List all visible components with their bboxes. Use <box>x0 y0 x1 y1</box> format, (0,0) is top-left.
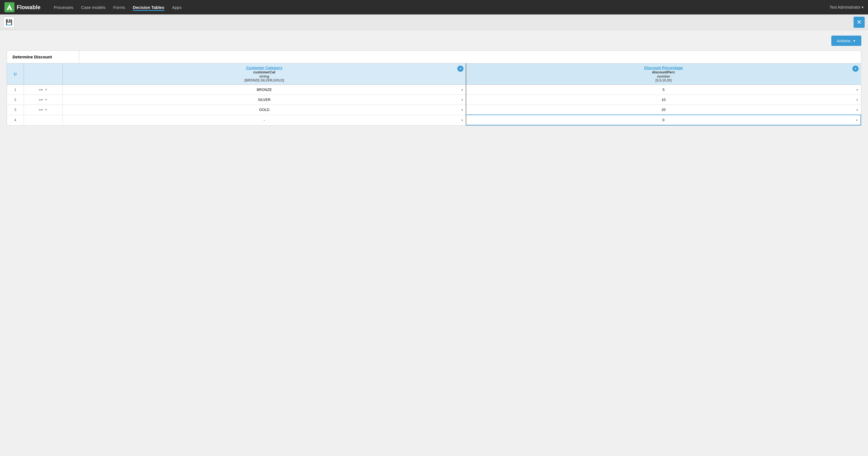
output-value-cell[interactable]: 20▼ <box>466 105 861 115</box>
output-cell-dropdown-icon[interactable]: ▼ <box>856 98 859 101</box>
operator-value: == <box>39 98 43 102</box>
actions-label: Actions <box>837 38 850 43</box>
input-column-var: customerCat <box>66 70 463 74</box>
operator-dropdown-icon[interactable]: ▼ <box>45 98 48 101</box>
input-cell-dropdown-icon[interactable]: ▼ <box>461 98 464 101</box>
nav-link-case-models[interactable]: Case models <box>81 4 106 11</box>
dt-header: U Customer Category customerCat string [… <box>7 63 861 85</box>
output-value-cell[interactable]: 5▼ <box>466 85 861 95</box>
output-cell-dropdown-icon[interactable]: ▼ <box>856 118 858 122</box>
nav-links: ProcessesCase modelsFormsDecision Tables… <box>54 4 182 11</box>
save-icon: 💾 <box>6 19 12 26</box>
brand-name: Flowable <box>17 4 40 10</box>
decision-table: Determine Discount U Customer Category c… <box>7 50 861 126</box>
row-number: 2 <box>7 95 24 105</box>
flowable-logo <box>4 2 14 12</box>
close-icon: ✕ <box>857 19 862 26</box>
operator-cell[interactable]: ==▼ <box>24 105 63 115</box>
output-column-values: [0,5,10,20] <box>470 79 858 82</box>
user-menu[interactable]: Test Administrator ▾ <box>830 5 864 9</box>
operator-dropdown-icon[interactable]: ▼ <box>45 88 48 91</box>
input-cell-dropdown-icon[interactable]: ▼ <box>461 88 464 91</box>
input-cell-dropdown-icon[interactable]: ▼ <box>461 118 464 122</box>
nav-link-processes[interactable]: Processes <box>54 4 73 11</box>
input-value-cell[interactable]: GOLD▼ <box>63 105 466 115</box>
input-column-values: [BRONZE,SILVER,GOLD] <box>66 79 463 82</box>
row-number: 3 <box>7 105 24 115</box>
dt-body: 1==▼BRONZE▼5▼2==▼SILVER▼10▼3==▼GOLD▼20▼4… <box>7 85 861 125</box>
table-title: Determine Discount <box>7 51 79 63</box>
close-button[interactable]: ✕ <box>854 17 865 28</box>
add-input-column-button[interactable]: + <box>457 66 463 72</box>
table-row: 4-▼0▼ <box>7 115 861 125</box>
add-output-column-button[interactable]: + <box>852 66 859 72</box>
output-column-type: number <box>470 74 858 79</box>
nav-link-apps[interactable]: Apps <box>172 4 182 11</box>
main-content: Actions ▼ Determine Discount U Customer … <box>0 30 868 131</box>
brand: Flowable <box>4 2 40 12</box>
row-number: 4 <box>7 115 24 125</box>
output-column-header: Discount Percentage discountPerc number … <box>466 63 861 85</box>
navbar: Flowable ProcessesCase modelsFormsDecisi… <box>0 0 868 14</box>
u-column-header[interactable]: U <box>7 63 24 85</box>
table-title-bar: Determine Discount <box>7 51 861 63</box>
output-column-var: discountPerc <box>470 70 858 74</box>
op-column-header <box>24 63 63 85</box>
output-column-title[interactable]: Discount Percentage <box>470 66 858 70</box>
save-button[interactable]: 💾 <box>3 17 14 28</box>
output-value-cell[interactable]: 0▼ <box>466 115 861 125</box>
output-header-content: Discount Percentage discountPerc number … <box>466 63 861 85</box>
actions-caret: ▼ <box>853 39 856 42</box>
operator-cell[interactable]: ==▼ <box>24 95 63 105</box>
input-column-title[interactable]: Customer Category <box>66 66 463 70</box>
input-value-cell[interactable]: BRONZE▼ <box>63 85 466 95</box>
actions-row: Actions ▼ <box>7 36 861 46</box>
actions-button[interactable]: Actions ▼ <box>831 36 861 46</box>
input-cell-dropdown-icon[interactable]: ▼ <box>461 108 464 111</box>
table-row: 2==▼SILVER▼10▼ <box>7 95 861 105</box>
nav-link-decision-tables[interactable]: Decision Tables <box>133 4 164 11</box>
input-column-header: Customer Category customerCat string [BR… <box>63 63 466 85</box>
operator-value: == <box>39 88 43 92</box>
output-value-cell[interactable]: 10▼ <box>466 95 861 105</box>
nav-link-forms[interactable]: Forms <box>113 4 125 11</box>
operator-cell[interactable] <box>24 115 63 125</box>
toolbar: 💾 ✕ <box>0 14 868 30</box>
input-value-cell[interactable]: SILVER▼ <box>63 95 466 105</box>
row-number: 1 <box>7 85 24 95</box>
input-header-content: Customer Category customerCat string [BR… <box>63 63 466 85</box>
dt-header-row: U Customer Category customerCat string [… <box>7 63 861 85</box>
output-cell-dropdown-icon[interactable]: ▼ <box>856 88 859 91</box>
table-row: 1==▼BRONZE▼5▼ <box>7 85 861 95</box>
output-cell-dropdown-icon[interactable]: ▼ <box>856 108 859 111</box>
operator-value: == <box>39 108 43 112</box>
table-row: 3==▼GOLD▼20▼ <box>7 105 861 115</box>
operator-cell[interactable]: ==▼ <box>24 85 63 95</box>
input-value-cell[interactable]: -▼ <box>63 115 466 125</box>
operator-dropdown-icon[interactable]: ▼ <box>45 108 48 111</box>
decision-grid: U Customer Category customerCat string [… <box>7 63 861 125</box>
input-column-type: string <box>66 74 463 79</box>
